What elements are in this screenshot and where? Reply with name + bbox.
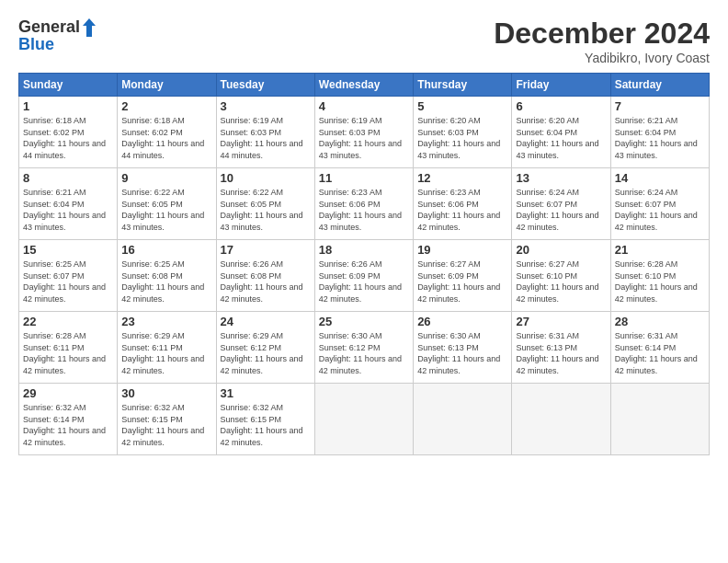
table-row: 8Sunrise: 6:21 AMSunset: 6:04 PMDaylight…	[19, 168, 118, 240]
table-row: 12Sunrise: 6:23 AMSunset: 6:06 PMDayligh…	[414, 168, 512, 240]
table-row: 26Sunrise: 6:30 AMSunset: 6:13 PMDayligh…	[414, 312, 512, 384]
table-row: 14Sunrise: 6:24 AMSunset: 6:07 PMDayligh…	[610, 168, 709, 240]
table-row: 16Sunrise: 6:25 AMSunset: 6:08 PMDayligh…	[118, 240, 216, 312]
logo: General Blue	[18, 17, 98, 54]
week-row-1: 1Sunrise: 6:18 AMSunset: 6:02 PMDaylight…	[19, 97, 710, 168]
title-block: December 2024 Yadibikro, Ivory Coast	[494, 17, 710, 65]
table-row: 29Sunrise: 6:32 AMSunset: 6:14 PMDayligh…	[19, 384, 118, 455]
table-row: 3Sunrise: 6:19 AMSunset: 6:03 PMDaylight…	[216, 97, 314, 168]
page-header: General Blue December 2024 Yadibikro, Iv…	[18, 17, 710, 65]
week-row-3: 15Sunrise: 6:25 AMSunset: 6:07 PMDayligh…	[19, 240, 710, 312]
col-wednesday: Wednesday	[314, 74, 413, 97]
col-thursday: Thursday	[414, 74, 512, 97]
table-row: 15Sunrise: 6:25 AMSunset: 6:07 PMDayligh…	[19, 240, 118, 312]
table-row	[414, 384, 512, 455]
week-row-5: 29Sunrise: 6:32 AMSunset: 6:14 PMDayligh…	[19, 384, 710, 455]
calendar-page: General Blue December 2024 Yadibikro, Iv…	[0, 0, 728, 563]
table-row: 17Sunrise: 6:26 AMSunset: 6:08 PMDayligh…	[216, 240, 314, 312]
week-row-4: 22Sunrise: 6:28 AMSunset: 6:11 PMDayligh…	[19, 312, 710, 384]
table-row: 1Sunrise: 6:18 AMSunset: 6:02 PMDaylight…	[19, 97, 118, 168]
table-row: 6Sunrise: 6:20 AMSunset: 6:04 PMDaylight…	[512, 97, 610, 168]
table-row: 2Sunrise: 6:18 AMSunset: 6:02 PMDaylight…	[118, 97, 216, 168]
col-sunday: Sunday	[19, 74, 118, 97]
col-tuesday: Tuesday	[216, 74, 314, 97]
table-row: 13Sunrise: 6:24 AMSunset: 6:07 PMDayligh…	[512, 168, 610, 240]
table-row: 21Sunrise: 6:28 AMSunset: 6:10 PMDayligh…	[610, 240, 709, 312]
logo-text: General	[18, 17, 98, 36]
table-row: 10Sunrise: 6:22 AMSunset: 6:05 PMDayligh…	[216, 168, 314, 240]
header-row: Sunday Monday Tuesday Wednesday Thursday…	[19, 74, 710, 97]
table-row: 24Sunrise: 6:29 AMSunset: 6:12 PMDayligh…	[216, 312, 314, 384]
location: Yadibikro, Ivory Coast	[494, 51, 710, 65]
table-row: 4Sunrise: 6:19 AMSunset: 6:03 PMDaylight…	[314, 97, 413, 168]
table-row: 19Sunrise: 6:27 AMSunset: 6:09 PMDayligh…	[414, 240, 512, 312]
col-friday: Friday	[512, 74, 610, 97]
table-row: 5Sunrise: 6:20 AMSunset: 6:03 PMDaylight…	[414, 97, 512, 168]
table-row: 31Sunrise: 6:32 AMSunset: 6:15 PMDayligh…	[216, 384, 314, 455]
table-row: 28Sunrise: 6:31 AMSunset: 6:14 PMDayligh…	[610, 312, 709, 384]
table-row: 9Sunrise: 6:22 AMSunset: 6:05 PMDaylight…	[118, 168, 216, 240]
table-row: 27Sunrise: 6:31 AMSunset: 6:13 PMDayligh…	[512, 312, 610, 384]
svg-marker-0	[83, 18, 96, 37]
table-row	[512, 384, 610, 455]
table-row: 20Sunrise: 6:27 AMSunset: 6:10 PMDayligh…	[512, 240, 610, 312]
table-row: 30Sunrise: 6:32 AMSunset: 6:15 PMDayligh…	[118, 384, 216, 455]
calendar-table: Sunday Monday Tuesday Wednesday Thursday…	[18, 73, 710, 455]
logo-icon	[81, 17, 97, 39]
col-monday: Monday	[118, 74, 216, 97]
table-row: 11Sunrise: 6:23 AMSunset: 6:06 PMDayligh…	[314, 168, 413, 240]
table-row	[314, 384, 413, 455]
table-row: 23Sunrise: 6:29 AMSunset: 6:11 PMDayligh…	[118, 312, 216, 384]
table-row: 22Sunrise: 6:28 AMSunset: 6:11 PMDayligh…	[19, 312, 118, 384]
week-row-2: 8Sunrise: 6:21 AMSunset: 6:04 PMDaylight…	[19, 168, 710, 240]
table-row: 25Sunrise: 6:30 AMSunset: 6:12 PMDayligh…	[314, 312, 413, 384]
table-row	[610, 384, 709, 455]
col-saturday: Saturday	[610, 74, 709, 97]
month-year: December 2024	[494, 17, 710, 51]
table-row: 7Sunrise: 6:21 AMSunset: 6:04 PMDaylight…	[610, 97, 709, 168]
table-row: 18Sunrise: 6:26 AMSunset: 6:09 PMDayligh…	[314, 240, 413, 312]
